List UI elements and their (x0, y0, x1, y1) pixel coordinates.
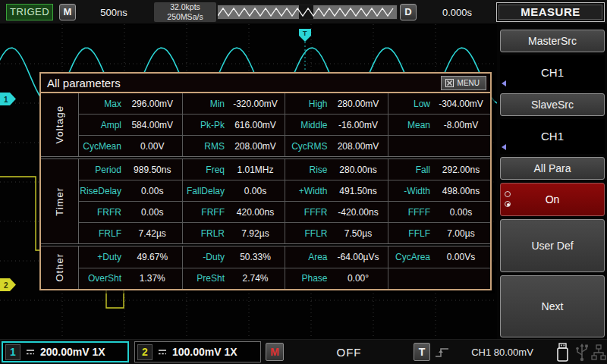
param-cell: Ampl584.00mV (79, 115, 182, 135)
ch1-level-marker[interactable]: 1 (0, 93, 17, 105)
section-voltage: VoltageMax296.00mVMin-320.00mVHigh280.00… (41, 93, 490, 156)
ch1-badge: 1 (5, 344, 20, 360)
param-cell: Area-64.00µVs (285, 246, 388, 267)
slavesrc-channel: CH1 (541, 130, 564, 143)
horizontal-delay-readout: 0.000s (421, 7, 493, 18)
softkey-mastersrc-value[interactable]: CH1 (500, 55, 605, 90)
param-label: CycMean (79, 141, 125, 152)
param-label: FFLR (285, 228, 332, 239)
param-label: -Width (388, 186, 435, 196)
usb-storage-icon (555, 343, 571, 362)
all-parameters-dialog: All parameters MENU VoltageMax296.00mVMi… (39, 72, 492, 290)
param-value: 208.00mV (228, 141, 285, 152)
softkey-slavesrc[interactable]: SlaveSrc (500, 93, 605, 116)
ch1-status-box[interactable]: 1 200.00mV 1X (2, 341, 129, 362)
softkey-next[interactable]: Next (500, 275, 605, 337)
param-value: 49.67% (125, 252, 182, 262)
param-cell: +Width491.50ns (285, 180, 388, 201)
param-value: 0.00s (125, 207, 182, 218)
horizontal-menu-button[interactable]: M (59, 4, 76, 20)
param-label: FFLF (388, 228, 435, 239)
param-cell: FRFF420.00ns (182, 202, 285, 222)
param-label: FFFR (285, 207, 332, 218)
chevron-left-icon (502, 144, 506, 150)
param-label: FRLR (183, 228, 229, 239)
param-value: 0.00V (125, 141, 182, 152)
param-label: Max (79, 99, 125, 109)
param-cell: Freq1.01MHz (182, 159, 285, 180)
param-value: -320.00mV (228, 99, 285, 109)
waveform-preview-strip[interactable] (217, 5, 398, 20)
dc-coupling-icon (24, 347, 36, 356)
param-cell: OverSht1.37% (79, 268, 182, 289)
dialog-menu-label: MENU (458, 77, 480, 89)
param-value: 1.01MHz (228, 165, 285, 175)
param-cell: Period989.50ns (79, 159, 182, 180)
param-label: -Duty (183, 252, 229, 262)
param-value: 7.00µs (434, 228, 490, 239)
svg-text:1: 1 (4, 96, 8, 104)
softkey-slavesrc-value[interactable]: CH1 (500, 119, 605, 154)
param-value: 50.33% (228, 252, 285, 262)
param-cell: -Width498.00ns (388, 180, 491, 201)
bottom-status-bar: 1 200.00mV 1X 2 100.00mV 1X M OFF T CH1 … (0, 339, 607, 364)
math-button[interactable]: M (266, 343, 284, 361)
softkey-user-def[interactable]: User Def (500, 219, 605, 272)
active-menu-title: MEASURE (496, 2, 605, 22)
delay-menu-button[interactable]: D (400, 4, 417, 20)
param-label: Min (183, 99, 229, 109)
ch1-scale: 200.00mV 1X (40, 346, 105, 358)
param-cell: Pk-Pk616.00mV (182, 115, 285, 135)
param-label: RiseDelay (79, 186, 125, 196)
timebase-readout: 500ns (80, 7, 148, 18)
table-row: Period989.50nsFreq1.01MHzRise280.00nsFal… (79, 159, 490, 180)
ch2-level-marker[interactable]: 2 (0, 278, 17, 291)
param-value: -420.00ns (332, 207, 388, 218)
param-label: PreSht (183, 273, 229, 284)
table-row: FRLF7.42µsFRLR7.92µsFFLR7.50µsFFLF7.00µs (79, 222, 490, 243)
softkey-all-para-on[interactable]: On (500, 183, 605, 216)
table-row: OverSht1.37%PreSht2.74%Phase0.00° (79, 268, 490, 289)
param-label: Low (388, 99, 435, 109)
param-label: FRFR (79, 207, 125, 218)
trigger-button[interactable]: T (414, 343, 430, 361)
section-label: Other (41, 246, 79, 289)
param-cell: Middle-16.00mV (285, 115, 388, 135)
param-label: Mean (388, 120, 435, 130)
param-value: 296.00mV (125, 99, 182, 109)
mastersrc-channel: CH1 (541, 66, 564, 79)
param-cell: CycArea0.00Vs (388, 246, 491, 267)
param-value: 420.00ns (228, 207, 285, 218)
svg-text:2: 2 (4, 281, 8, 290)
param-label: Area (285, 252, 332, 262)
param-value: 2.74% (228, 273, 285, 284)
param-label: +Duty (79, 252, 125, 262)
param-cell: FRFR0.00s (79, 202, 182, 222)
lan-icon (591, 343, 606, 362)
rising-edge-icon (435, 347, 450, 358)
param-value: 7.92µs (228, 228, 285, 239)
softkey-mastersrc[interactable]: MasterSrc (500, 30, 605, 52)
param-value: 989.50ns (125, 165, 182, 175)
table-row: +Duty49.67%-Duty50.33%Area-64.00µVsCycAr… (79, 246, 490, 267)
dialog-title-bar: All parameters MENU (41, 74, 490, 93)
param-cell: Fall292.00ns (388, 159, 491, 180)
trigger-position-marker[interactable]: T (299, 29, 312, 42)
param-cell: +Duty49.67% (79, 246, 182, 267)
param-label: Phase (285, 273, 332, 284)
param-label: Pk-Pk (183, 120, 229, 130)
param-label: FRFF (183, 207, 229, 218)
table-row: FRFR0.00sFRFF420.00nsFFFR-420.00nsFFFF0.… (79, 201, 490, 222)
param-cell: FFFR-420.00ns (285, 202, 388, 222)
dialog-menu-button[interactable]: MENU (441, 76, 486, 90)
oscilloscope-screen: TRIGED M 500ns 32.0kpts 250MSa/s D 0.000… (0, 0, 607, 364)
softkey-all-para[interactable]: All Para (500, 157, 605, 180)
param-label: +Width (285, 186, 332, 196)
ch2-status-box[interactable]: 2 100.00mV 1X (134, 341, 261, 362)
trigger-status-badge: TRIGED (6, 4, 53, 20)
param-cell: High280.00mV (285, 93, 388, 114)
param-label: Rise (285, 165, 332, 175)
preview-zigzag-icon (218, 5, 397, 19)
param-value: -8.00mV (434, 120, 490, 130)
acquisition-readout: 32.0kpts 250MSa/s (154, 2, 216, 22)
